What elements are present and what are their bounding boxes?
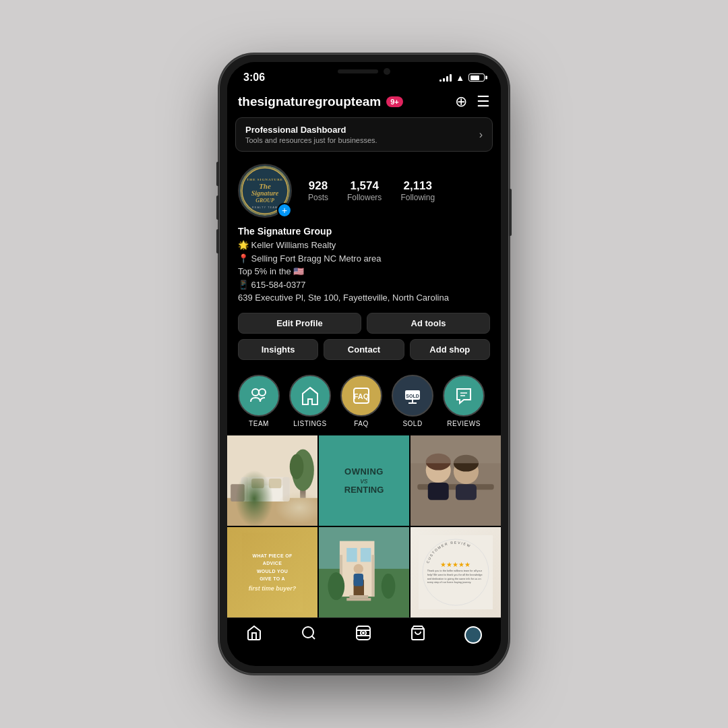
owning-vs-renting: OWNING vs RENTING <box>339 435 390 526</box>
bio-line-5: 639 Executive Pl, Ste 100, Fayetteville,… <box>238 291 490 305</box>
svg-rect-32 <box>428 483 449 500</box>
home-nav-icon[interactable] <box>246 625 262 645</box>
bio-line-4: 📱 615-584-0377 <box>238 278 490 292</box>
grid-item-1[interactable] <box>227 435 317 526</box>
notification-badge: 9+ <box>386 96 403 107</box>
highlight-listings[interactable]: LISTINGS <box>289 375 331 427</box>
highlight-reviews[interactable]: REVIEWS <box>443 375 485 427</box>
post-thumbnail-5 <box>319 527 409 617</box>
svg-rect-28 <box>231 484 245 502</box>
add-story-button[interactable]: + <box>277 203 292 218</box>
svg-rect-16 <box>227 435 317 526</box>
followers-label: Followers <box>347 193 382 202</box>
posts-label: Posts <box>308 193 328 202</box>
highlight-sold-circle: SOLD <box>392 375 433 417</box>
bio-line-2: 📍 Selling Fort Bragg NC Metro area <box>238 252 490 266</box>
svg-point-7 <box>259 389 266 396</box>
grid-item-5[interactable] <box>319 527 409 617</box>
owning-text-line2: vs <box>361 477 368 485</box>
review-content: CUSTOMER REVIEW ★★★★★ Thank you to the k… <box>415 531 497 613</box>
highlight-team[interactable]: TEAM <box>238 375 280 427</box>
bio-line-1: 🌟 Keller Williams Realty <box>238 239 490 252</box>
reels-nav-icon[interactable] <box>355 625 371 645</box>
insights-button[interactable]: Insights <box>238 339 318 360</box>
menu-icon[interactable]: ☰ <box>477 93 490 111</box>
review-graphic: CUSTOMER REVIEW ★★★★★ Thank you to the k… <box>419 535 493 609</box>
living-room-image <box>227 435 317 526</box>
phone-device: 3:06 ▲ thesignaturegroupteam <box>219 54 509 674</box>
phone-screen: 3:06 ▲ thesignaturegroupteam <box>227 62 501 666</box>
header-icons: ⊕ ☰ <box>455 93 490 111</box>
shop-nav-icon[interactable] <box>410 625 426 645</box>
highlight-reviews-circle <box>443 375 485 417</box>
wifi-icon: ▲ <box>456 73 464 83</box>
secondary-action-buttons: Insights Contact Add shop <box>238 339 490 360</box>
pro-dashboard-text: Professional Dashboard Tools and resourc… <box>245 125 377 144</box>
screen-content: thesignaturegroupteam 9+ ⊕ ☰ Professiona… <box>227 88 501 662</box>
edit-profile-button[interactable]: Edit Profile <box>238 313 361 334</box>
post-thumbnail-1 <box>227 435 317 526</box>
pro-dashboard-title: Professional Dashboard <box>245 125 377 135</box>
advice-script: first time buyer? <box>249 585 297 592</box>
post-grid: OWNING vs RENTING <box>227 435 501 617</box>
svg-rect-42 <box>361 547 371 562</box>
faq-icon: FAQ <box>351 386 371 406</box>
status-bar: 3:06 ▲ <box>227 62 501 88</box>
highlight-sold-label: SOLD <box>402 420 422 427</box>
highlight-listings-label: LISTINGS <box>293 420 327 427</box>
grid-item-2[interactable]: OWNING vs RENTING <box>319 435 409 526</box>
camera <box>384 68 390 75</box>
home-indicator <box>227 659 501 663</box>
svg-rect-23 <box>251 478 264 487</box>
svg-point-49 <box>382 574 396 599</box>
svg-point-50 <box>354 564 363 573</box>
reviews-icon <box>454 386 474 406</box>
svg-rect-25 <box>300 470 305 497</box>
sold-icon: SOLD <box>402 385 423 406</box>
highlight-faq[interactable]: FAQ FAQ <box>340 375 382 427</box>
following-count: 2,113 <box>403 179 432 193</box>
grid-item-6[interactable]: CUSTOMER REVIEW ★★★★★ Thank you to the k… <box>411 527 501 617</box>
ad-tools-button[interactable]: Ad tools <box>367 313 490 334</box>
svg-rect-24 <box>269 478 282 487</box>
svg-point-60 <box>363 632 364 634</box>
svg-line-57 <box>312 636 315 638</box>
following-stat[interactable]: 2,113 Following <box>400 179 435 202</box>
professional-dashboard[interactable]: Professional Dashboard Tools and resourc… <box>235 117 493 152</box>
highlight-listings-circle <box>289 375 331 417</box>
followers-stat[interactable]: 1,574 Followers <box>347 179 382 202</box>
highlight-reviews-label: REVIEWS <box>447 420 481 427</box>
profile-nav-icon[interactable] <box>464 626 482 644</box>
svg-rect-37 <box>411 435 501 463</box>
add-shop-button[interactable]: Add shop <box>410 339 490 360</box>
battery-icon <box>468 73 485 82</box>
profile-section: THE SIGNATURE The Signature GROUP REALTY… <box>227 158 501 375</box>
posts-stat: 928 Posts <box>308 179 328 202</box>
profile-bio: The Signature Group 🌟 Keller Williams Re… <box>238 226 490 305</box>
highlight-team-label: TEAM <box>249 420 269 427</box>
contact-button[interactable]: Contact <box>324 339 404 360</box>
add-post-icon[interactable]: ⊕ <box>455 93 467 111</box>
svg-rect-19 <box>241 481 290 502</box>
outdoor-photo <box>319 527 409 617</box>
owning-text-line1: OWNING <box>344 466 384 477</box>
grid-item-3[interactable] <box>411 435 501 526</box>
svg-rect-20 <box>241 477 290 485</box>
grid-item-4[interactable]: WHAT PIECE OF ADVICE WOULD YOU GIVE TO A… <box>227 527 317 617</box>
svg-rect-46 <box>349 595 368 598</box>
svg-rect-45 <box>371 555 374 597</box>
svg-rect-17 <box>227 435 317 526</box>
avatar-container: THE SIGNATURE The Signature GROUP REALTY… <box>238 164 292 218</box>
listings-icon <box>300 386 320 406</box>
username-label: thesignaturegroupteam <box>238 94 381 109</box>
posts-count: 928 <box>309 179 328 193</box>
highlight-sold[interactable]: SOLD SOLD <box>392 375 433 427</box>
svg-rect-47 <box>346 598 371 601</box>
notch <box>324 62 404 81</box>
highlight-team-circle <box>238 375 280 417</box>
search-nav-icon[interactable] <box>301 625 317 645</box>
team-photo <box>411 435 501 526</box>
highlight-faq-label: FAQ <box>354 420 369 427</box>
bottom-navigation <box>227 617 501 659</box>
profile-top: THE SIGNATURE The Signature GROUP REALTY… <box>238 164 490 218</box>
